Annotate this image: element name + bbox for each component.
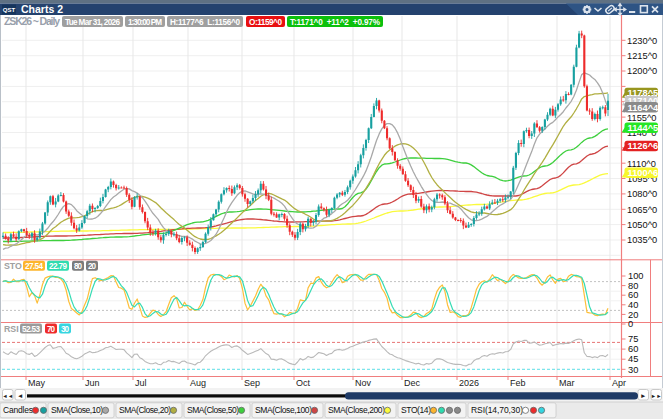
svg-text:1126^6: 1126^6 — [628, 141, 659, 151]
svg-text:Mar: Mar — [559, 378, 575, 388]
svg-text:2026: 2026 — [459, 378, 479, 388]
svg-text:Feb: Feb — [510, 378, 526, 388]
svg-text:1144^5: 1144^5 — [628, 123, 659, 133]
svg-text:Nov: Nov — [355, 378, 372, 388]
svg-text:SMA(Close,20): SMA(Close,20) — [119, 405, 171, 415]
svg-text:22.79: 22.79 — [49, 262, 67, 271]
svg-text:1080^0: 1080^0 — [627, 189, 657, 199]
svg-text:27.54: 27.54 — [25, 262, 43, 271]
svg-text:20: 20 — [628, 310, 638, 320]
svg-text:Oct: Oct — [296, 378, 311, 388]
svg-text:Sep: Sep — [244, 378, 260, 388]
svg-text:Apr: Apr — [612, 378, 626, 388]
svg-text:100: 100 — [628, 271, 644, 281]
svg-text:►: ► — [640, 392, 646, 399]
svg-text:Aug: Aug — [190, 378, 206, 388]
svg-text:1:30:00 PM: 1:30:00 PM — [128, 18, 162, 27]
svg-text:RSI: RSI — [4, 324, 19, 334]
svg-text:RSI(14,70,30): RSI(14,70,30) — [471, 405, 523, 415]
svg-text:Tue Mar 31, 2026: Tue Mar 31, 2026 — [65, 18, 120, 27]
svg-text:May: May — [28, 378, 46, 388]
svg-text:0: 0 — [628, 319, 633, 329]
svg-text:30: 30 — [628, 365, 638, 375]
svg-text:STO: STO — [4, 261, 22, 271]
svg-text:60: 60 — [628, 290, 638, 300]
svg-text:1035^0: 1035^0 — [627, 235, 657, 245]
svg-text:SMA(Close,50): SMA(Close,50) — [187, 405, 239, 415]
svg-text:1215^0: 1215^0 — [627, 51, 657, 61]
svg-text:Dec: Dec — [404, 378, 421, 388]
svg-text:60: 60 — [628, 344, 638, 354]
svg-text:1100^6: 1100^6 — [628, 168, 659, 178]
svg-text:52.53: 52.53 — [22, 325, 40, 334]
svg-text:1065^0: 1065^0 — [627, 205, 657, 215]
svg-text:O:1159^0: O:1159^0 — [249, 18, 282, 27]
svg-text:QST: QST — [3, 7, 16, 13]
svg-text:1110^0: 1110^0 — [627, 159, 656, 169]
svg-text:20: 20 — [88, 262, 96, 271]
svg-text:►►: ►► — [651, 393, 662, 399]
svg-text:70: 70 — [47, 325, 55, 334]
svg-text:1230^0: 1230^0 — [627, 36, 657, 46]
svg-text:1200^0: 1200^0 — [627, 66, 657, 76]
svg-text:◄◄: ◄◄ — [2, 393, 13, 399]
svg-text:80: 80 — [628, 281, 638, 291]
svg-text:30: 30 — [61, 325, 69, 334]
svg-text:Charts 2: Charts 2 — [21, 3, 63, 15]
svg-text:ZSK26 ~ Daily: ZSK26 ~ Daily — [4, 15, 60, 27]
svg-text:Jul: Jul — [135, 378, 147, 388]
svg-text:1155^0: 1155^0 — [627, 113, 657, 123]
svg-text:1050^0: 1050^0 — [627, 220, 657, 230]
svg-text:75: 75 — [628, 334, 638, 344]
svg-text:1164^4: 1164^4 — [628, 103, 660, 113]
svg-text:80: 80 — [74, 262, 82, 271]
svg-text:Jun: Jun — [85, 378, 100, 388]
svg-text:Candles: Candles — [3, 405, 33, 415]
svg-text:◄: ◄ — [17, 392, 23, 399]
svg-text:45: 45 — [628, 354, 638, 364]
svg-text:H:1177^6 L:1156^0: H:1177^6 L:1156^0 — [170, 18, 240, 27]
svg-text:SMA(Close,10): SMA(Close,10) — [51, 405, 103, 415]
svg-text:SMA(Close,200): SMA(Close,200) — [328, 405, 385, 415]
svg-text:40: 40 — [628, 300, 638, 310]
svg-text:STO(14): STO(14) — [401, 405, 431, 415]
svg-text:T:1171^0 +11^2 +0.97%: T:1171^0 +11^2 +0.97% — [290, 18, 381, 27]
svg-text:SMA(Close,100): SMA(Close,100) — [255, 405, 312, 415]
